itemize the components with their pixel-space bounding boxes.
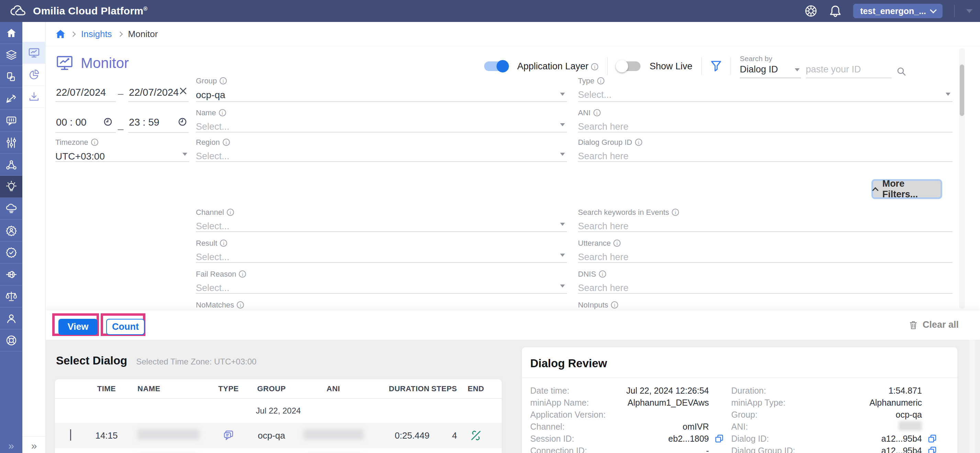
channel-filter[interactable]: Channel Select... [196, 208, 567, 232]
review-label: ANI: [731, 422, 748, 432]
topbar-caret-icon[interactable] [966, 9, 972, 13]
info-icon[interactable] [613, 239, 620, 247]
review-value: a12...95b4 [798, 446, 922, 453]
primary-rail-expand-icon[interactable]: » [0, 440, 22, 451]
subnav-item-reports[interactable] [22, 64, 46, 86]
info-icon[interactable] [591, 63, 598, 70]
sidebar-item-integrations[interactable] [0, 264, 22, 285]
clock-icon[interactable] [103, 117, 112, 126]
subnav-item-monitor[interactable] [22, 42, 46, 64]
breadcrumb-home-icon[interactable] [56, 30, 65, 38]
sidebar-item-network[interactable] [0, 154, 22, 176]
info-icon[interactable] [597, 77, 605, 84]
col-type[interactable]: TYPE [210, 384, 247, 393]
region-filter[interactable]: Region Select... [196, 138, 567, 162]
show-live-toggle[interactable] [616, 62, 641, 71]
col-ani[interactable]: ANI [296, 384, 371, 393]
registered-mark: ® [143, 6, 147, 12]
sidebar-item-certification[interactable] [0, 242, 22, 264]
info-icon[interactable] [220, 239, 227, 247]
filter-actions-bar: View Count Clear all [46, 310, 980, 340]
omilia-cloud-platform-app: Omilia Cloud Platform® test_energon_... [0, 0, 980, 453]
topbar-divider [954, 5, 955, 17]
sidebar-item-support[interactable] [0, 329, 22, 352]
info-icon[interactable] [599, 271, 606, 278]
tenant-selector-button[interactable]: test_energon_... [853, 4, 943, 18]
info-icon[interactable] [611, 301, 618, 309]
col-time[interactable]: TIME [86, 384, 127, 393]
count-highlight-annotation: Count [101, 313, 145, 336]
notifications-bell-icon[interactable] [829, 5, 842, 17]
filter-scrollbar-thumb[interactable] [960, 65, 964, 116]
sidebar-item-sliders[interactable] [0, 132, 22, 154]
info-icon[interactable] [220, 77, 227, 84]
cell-time: 14:15 [86, 430, 127, 441]
fail-reason-filter[interactable]: Fail Reason Select... [196, 270, 567, 294]
table-row[interactable] [55, 448, 502, 453]
clear-dates-icon[interactable] [179, 87, 187, 95]
sidebar-item-components[interactable] [0, 66, 22, 88]
timezone-filter[interactable]: Timezone UTC+03:00 [55, 138, 189, 162]
dialog-group-id-filter[interactable]: Dialog Group ID Search here [578, 138, 953, 162]
sidebar-item-profile[interactable] [0, 307, 22, 329]
sidebar-item-home[interactable] [0, 22, 22, 44]
search-id-input[interactable] [806, 64, 892, 78]
sidebar-item-layers[interactable] [0, 44, 22, 66]
info-icon[interactable] [91, 139, 98, 146]
table-row[interactable]: 14:15 ocp-qa 0:25.449 4 [55, 423, 502, 448]
name-filter[interactable]: Name Select... [196, 108, 567, 133]
dnis-filter[interactable]: DNIS Search here [578, 270, 953, 294]
search-by-select[interactable]: Dialog ID [740, 64, 801, 78]
clock-icon[interactable] [178, 117, 187, 126]
group-filter[interactable]: Group ocp-qa [196, 76, 567, 102]
copy-icon[interactable] [928, 434, 936, 443]
sidebar-item-design-tools[interactable] [0, 88, 22, 110]
sidebar-item-compliance[interactable] [0, 285, 22, 307]
type-filter[interactable]: Type Select... [578, 76, 953, 102]
clear-all-button[interactable]: Clear all [909, 320, 959, 330]
subnav-item-export[interactable] [22, 86, 46, 108]
filter-scrollbar[interactable] [959, 48, 965, 309]
info-icon[interactable] [227, 209, 234, 216]
search-keywords-filter[interactable]: Search keywords in Events Search here [578, 208, 953, 232]
col-end[interactable]: END [457, 384, 495, 393]
sidebar-item-insights[interactable] [0, 176, 22, 198]
col-group[interactable]: GROUP [247, 384, 296, 393]
copy-icon[interactable] [715, 434, 723, 443]
review-label: Session ID: [530, 434, 574, 444]
col-steps[interactable]: STEPS [430, 384, 457, 393]
sidebar-item-admin[interactable] [0, 220, 22, 242]
copy-icon[interactable] [928, 447, 936, 453]
ani-filter[interactable]: ANI Search here [578, 108, 953, 133]
sidebar-item-conversation[interactable] [0, 110, 22, 132]
info-icon[interactable] [239, 271, 246, 278]
col-name[interactable]: NAME [127, 384, 210, 393]
date-to-field[interactable]: 22/07/2024 [129, 87, 179, 98]
application-layer-toggle[interactable] [484, 62, 508, 71]
time-from-field[interactable]: 00 : 00 [56, 117, 87, 128]
view-button[interactable]: View [59, 319, 98, 335]
info-icon[interactable] [593, 109, 601, 116]
expand-row-icon[interactable] [70, 429, 71, 440]
info-icon[interactable] [223, 139, 230, 146]
settings-gear-icon[interactable] [804, 5, 818, 17]
search-icon[interactable] [897, 67, 906, 76]
primary-sidebar: » [0, 22, 22, 453]
more-filters-button[interactable]: More Filters... [872, 179, 942, 199]
cell-end [457, 430, 495, 441]
time-to-field[interactable]: 23 : 59 [129, 117, 159, 128]
sidebar-item-cloud-services[interactable] [0, 198, 22, 220]
info-icon[interactable] [672, 209, 679, 216]
utterance-filter[interactable]: Utterance Search here [578, 239, 953, 263]
result-filter[interactable]: Result Select... [196, 239, 567, 263]
date-from-field[interactable]: 22/07/2024 [56, 87, 106, 98]
secondary-rail-expand-icon[interactable]: » [22, 436, 46, 451]
info-icon[interactable] [635, 139, 642, 146]
filter-funnel-icon[interactable] [711, 60, 722, 72]
count-button[interactable]: Count [106, 319, 145, 335]
breadcrumb-insights-link[interactable]: Insights [81, 29, 112, 40]
info-icon[interactable] [219, 109, 226, 116]
info-icon[interactable] [237, 301, 244, 309]
col-duration[interactable]: DURATION [371, 384, 430, 393]
review-value: ocp-qa [798, 410, 922, 420]
